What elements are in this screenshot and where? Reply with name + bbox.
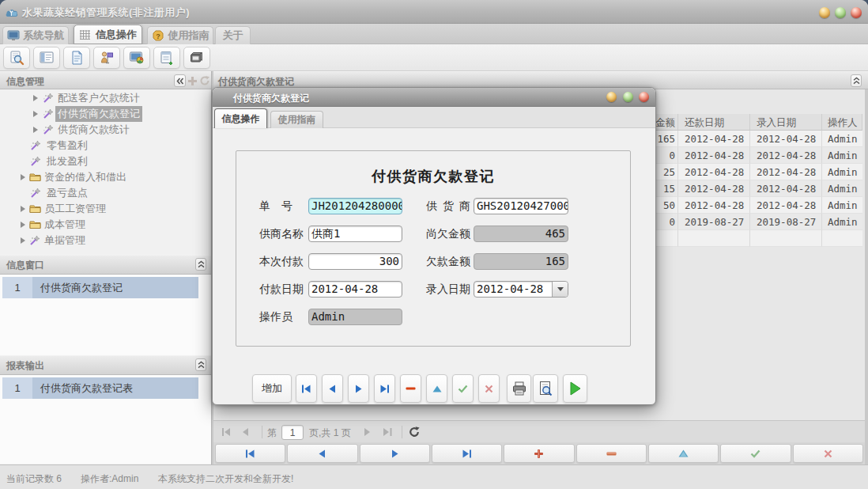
document-button[interactable] [63, 47, 90, 69]
last-record-icon [379, 385, 390, 393]
tab-about[interactable]: 关于 [215, 26, 251, 44]
collapse-report-output-button[interactable] [195, 358, 206, 371]
cell-entry-date: 2012-04-28 [750, 164, 822, 180]
tree-item[interactable]: 批发盈利 [0, 154, 211, 169]
print-button[interactable] [507, 374, 531, 403]
tree-item[interactable]: 资金的借入和借出 [0, 169, 211, 185]
dialog-close-button[interactable] [639, 92, 649, 102]
entry-date-combobox[interactable]: 2012-04-28 [474, 281, 568, 298]
payment-field[interactable]: 300 [308, 253, 402, 270]
refresh-icon[interactable] [199, 75, 210, 86]
tree-item[interactable]: 付供货商欠款登记 [0, 106, 211, 122]
dialog-tab-user-guide[interactable]: 使用指南 [270, 111, 323, 128]
title-bar: 水果蔬菜经销管理系统(非注册用户) [0, 0, 868, 24]
dialog-title-bar[interactable]: 付供货商欠款登记 [213, 88, 655, 107]
dialog-maximize-button[interactable] [623, 92, 633, 102]
archive-button[interactable] [183, 47, 210, 69]
delete-record-button[interactable] [400, 374, 421, 403]
nav-last-button[interactable] [432, 444, 502, 463]
confirm-button[interactable] [452, 374, 474, 403]
last-record-button[interactable] [374, 374, 395, 403]
pay-date-field[interactable]: 2012-04-28 [308, 281, 402, 298]
cell-entry-date: 2012-04-28 [750, 180, 822, 197]
nav-confirm-button[interactable] [720, 444, 791, 463]
tree-item[interactable]: 成本管理 [0, 217, 211, 233]
supplier-code-field[interactable]: GHS201204270001 [474, 198, 568, 214]
tab-user-guide[interactable]: ? 使用指南 [147, 26, 213, 44]
expand-arrow-icon[interactable] [21, 206, 25, 212]
search-document-button[interactable] [3, 47, 30, 69]
user-report-button[interactable] [93, 47, 120, 69]
close-button[interactable] [851, 7, 862, 18]
prev-record-icon [329, 385, 336, 393]
cell-entry-date: 2012-04-28 [750, 147, 822, 164]
tree-item[interactable]: 零售盈利 [0, 138, 211, 154]
collapse-main-panel-button[interactable] [851, 74, 862, 87]
last-page-icon[interactable] [383, 427, 393, 437]
report-output-row[interactable]: 1 付供货商欠款登记表 [2, 377, 198, 399]
combo-dropdown-button[interactable] [552, 282, 568, 297]
nav-cancel-button[interactable] [793, 444, 863, 463]
dialog-minimize-button[interactable] [606, 92, 617, 102]
cell-repay-date: 2012-04-28 [678, 197, 750, 214]
minimize-button[interactable] [819, 7, 830, 18]
first-record-button[interactable] [296, 374, 317, 403]
add-icon[interactable] [187, 76, 198, 86]
monitor-chart-button[interactable] [123, 47, 150, 69]
column-header-entry-date[interactable]: 录入日期 [750, 114, 822, 131]
nav-next-button[interactable] [360, 444, 430, 463]
wand-icon [43, 124, 54, 135]
tab-information-operation[interactable]: 信息操作 [74, 25, 142, 44]
cancel-button[interactable] [478, 374, 500, 403]
expand-arrow-icon[interactable] [21, 222, 25, 228]
tree-item[interactable]: 配送客户欠款统计 [0, 90, 211, 106]
tree-item[interactable]: 供货商欠款统计 [0, 122, 211, 138]
supplier-name-field[interactable]: 供商1 [308, 226, 402, 242]
page-number-input[interactable] [281, 425, 304, 440]
add-button[interactable]: 增加 [252, 374, 292, 403]
nav-add-button[interactable] [504, 444, 574, 463]
info-window-list: 1 付供货商欠款登记 [0, 275, 211, 355]
collapse-sidebar-button[interactable] [174, 74, 186, 87]
form-view-button[interactable] [33, 47, 60, 69]
edit-record-button[interactable] [426, 374, 447, 403]
expand-arrow-icon[interactable] [21, 174, 25, 180]
bill-no-field[interactable]: JH2012042800001 [308, 198, 402, 214]
first-page-icon[interactable] [221, 427, 232, 437]
tree-item[interactable]: 单据管理 [0, 233, 211, 248]
column-header-operator[interactable]: 操作人 [822, 114, 862, 131]
cell-operator: Admin [822, 197, 862, 214]
expand-arrow-icon[interactable] [33, 127, 38, 133]
wand-icon [43, 108, 54, 119]
nav-first-button[interactable] [215, 444, 285, 463]
prev-page-icon[interactable] [242, 427, 249, 437]
separator [262, 426, 262, 438]
monitor-icon [7, 30, 20, 41]
tab-system-navigation[interactable]: 系统导航 [2, 26, 69, 44]
status-operator: 操作者:Admin [81, 472, 138, 486]
nav-delete-button[interactable] [576, 444, 647, 463]
wand-icon [29, 235, 40, 246]
run-button[interactable] [563, 374, 587, 403]
expand-arrow-icon[interactable] [21, 237, 25, 244]
nav-edit-button[interactable] [648, 444, 719, 463]
maximize-button[interactable] [835, 7, 846, 18]
expand-arrow-icon[interactable] [33, 111, 38, 117]
export-add-button[interactable] [153, 47, 180, 69]
expand-arrow-icon[interactable] [33, 95, 38, 101]
nav-prev-button[interactable] [287, 444, 357, 463]
info-window-row[interactable]: 1 付供货商欠款登记 [2, 277, 198, 298]
column-header-repay-date[interactable]: 还款日期 [678, 114, 750, 131]
dialog-tab-information-operation[interactable]: 信息操作 [214, 108, 267, 128]
cell-operator: Admin [822, 214, 862, 230]
next-page-icon[interactable] [364, 427, 371, 437]
next-record-button[interactable] [348, 374, 369, 403]
collapse-info-window-button[interactable] [195, 258, 206, 271]
tree-item[interactable]: 员工工资管理 [0, 201, 211, 217]
double-chevron-up-icon [198, 260, 205, 268]
row-label: 付供货商欠款登记表 [32, 377, 198, 399]
refresh-pages-icon[interactable] [408, 426, 421, 438]
prev-record-button[interactable] [322, 374, 343, 403]
print-preview-button[interactable] [533, 374, 558, 403]
tree-item[interactable]: 盈亏盘点 [0, 185, 211, 201]
